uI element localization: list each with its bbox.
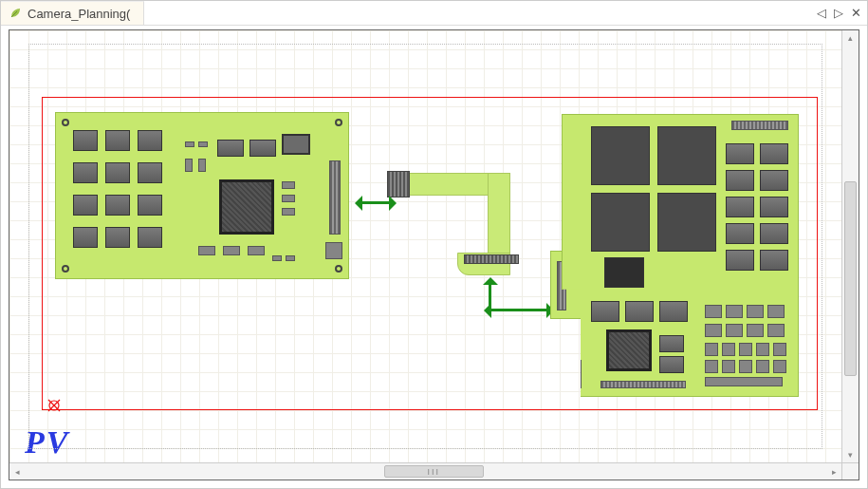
watermark-label: PV [25,424,69,461]
vertical-scroll-thumb[interactable] [844,181,857,376]
design-canvas[interactable]: PV [9,30,841,462]
close-tab-button[interactable]: ✕ [851,6,861,20]
arrow-horizontal [360,201,391,204]
tab-label: Camera_Planning( [28,7,130,21]
pcb-board-left[interactable] [55,112,349,279]
prev-tab-button[interactable]: ◁ [817,6,826,20]
vertical-scrollbar[interactable]: ▴ ▾ [841,30,859,462]
arrow-horizontal-bottom [489,309,548,311]
canvas-viewport[interactable]: PV [9,30,841,462]
scroll-left-icon[interactable]: ◂ [9,463,25,480]
scrollbar-corner [841,462,859,480]
next-tab-button[interactable]: ▷ [834,6,843,20]
scroll-right-icon[interactable]: ▸ [826,463,841,480]
flex-connector-left[interactable] [387,171,410,197]
horizontal-scroll-thumb[interactable]: III [384,465,484,478]
flex-connector-right[interactable] [464,254,519,264]
horizontal-scrollbar[interactable]: ◂ III ▸ [9,462,841,480]
scroll-down-icon[interactable]: ▾ [842,447,859,462]
workspace: PV ▴ ▾ ◂ III ▸ [9,29,859,480]
scroll-up-icon[interactable]: ▴ [842,30,859,46]
tab-controls: ◁ ▷ ✕ [817,1,861,25]
document-tab[interactable]: Camera_Planning( [1,1,144,25]
pcb-board-right[interactable] [562,114,799,397]
title-bar: Camera_Planning( ◁ ▷ ✕ [1,1,867,26]
origin-marker-icon [47,399,61,412]
leaf-icon [9,7,22,20]
